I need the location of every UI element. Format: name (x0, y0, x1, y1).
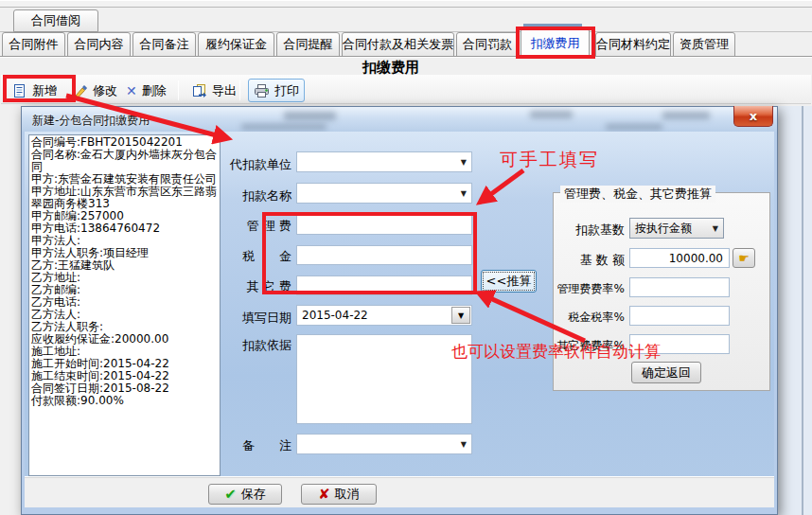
tab-label: 合同借阅 (31, 12, 80, 29)
tab-contract-reminder[interactable]: 合同提醒 (276, 32, 340, 57)
save-button[interactable]: ✔ 保存 (208, 484, 282, 505)
tab-performance-bond[interactable]: 履约保证金 (198, 32, 274, 57)
calc-groupbox-legend: 管理费、税金、其它费推算 (560, 186, 715, 203)
new-button[interactable]: 新增 (8, 79, 62, 102)
pick-amount-button[interactable]: ☛ (733, 248, 755, 268)
print-button-label: 打印 (274, 82, 299, 99)
other-rate-label: 其它费费率% (555, 338, 625, 354)
chevron-down-icon: ▼ (713, 224, 718, 233)
dialog-title: 新建-分包合同扣缴费用 (32, 113, 150, 129)
tax-rate-input[interactable] (629, 306, 730, 326)
deduct-basis-label: 扣款依据 (225, 337, 291, 354)
app-window: 合同借阅 合同附件 合同内容 合同备注 履约保证金 合同提醒 合同付款及相关发票… (0, 0, 812, 515)
edit-pencil-icon (73, 83, 88, 98)
management-fee-input[interactable] (296, 215, 472, 235)
background-window-area (778, 106, 812, 515)
tax-rate-label: 税金税率% (555, 310, 625, 326)
base-amount-value: 10000.00 (669, 252, 723, 265)
new-button-label: 新增 (32, 82, 57, 99)
fill-date-combobox[interactable]: 2015-04-22 ▼ (296, 305, 472, 326)
tax-label: 税 金 (225, 248, 291, 265)
tab-contract-content[interactable]: 合同内容 (67, 32, 131, 57)
red-x-icon: ✘ (318, 486, 330, 503)
glass-blur-artifact (606, 124, 662, 130)
chevron-down-icon: ▼ (461, 189, 467, 198)
tab-contract-note[interactable]: 合同备注 (132, 32, 196, 57)
dialog-bottom-bar (25, 476, 774, 507)
tab-label: 合同提醒 (284, 36, 333, 53)
other-fee-label: 其 它 费 (225, 278, 291, 295)
toolbar-separator (178, 80, 179, 100)
tab-contract-penalty[interactable]: 合同罚款 (456, 32, 519, 57)
green-check-icon: ✔ (224, 486, 237, 503)
close-button[interactable]: x (733, 106, 773, 127)
chevron-down-icon[interactable]: ▼ (451, 307, 470, 324)
chevron-down-icon: ▼ (461, 440, 467, 449)
fill-date-label: 填写日期 (225, 310, 291, 327)
tab-label: 资质管理 (680, 36, 729, 53)
delete-button-label: 删除 (142, 82, 167, 99)
tab-label: 合同材料约定 (596, 36, 670, 53)
tab-label: 合同罚款 (463, 36, 512, 53)
top-panel-strip (0, 0, 812, 8)
contract-info-panel: 合同编号:FBHT2015042201 合同名称:金石大厦内外墙抹灰分包合同 甲… (28, 134, 221, 476)
tab-material-agreement[interactable]: 合同材料约定 (595, 32, 671, 57)
delete-button[interactable]: ✕ 删除 (121, 79, 171, 102)
deduct-unit-combobox[interactable]: ▼ (296, 151, 472, 172)
info-line: 甲方地址:山东东营市东营区东三路翡翠园商务楼313 (31, 186, 218, 210)
export-button[interactable]: 导出 (186, 79, 241, 102)
toolbar-separator (239, 80, 240, 100)
export-icon (191, 83, 207, 98)
confirm-return-button[interactable]: 确定返回 (631, 362, 701, 383)
remark-combobox[interactable]: ▼ (296, 434, 472, 454)
tab-payment-invoice[interactable]: 合同付款及相关发票 (342, 32, 454, 57)
tax-input[interactable] (296, 245, 472, 265)
deduct-basis-textarea[interactable] (296, 334, 472, 424)
tab-label: 合同附件 (9, 36, 59, 53)
base-type-combobox[interactable]: 按执行金额 ▼ (629, 218, 724, 239)
glass-blur-artifact (662, 112, 710, 119)
tab-label: 合同内容 (75, 36, 124, 53)
delete-x-icon: ✕ (126, 84, 137, 98)
edit-button[interactable]: 修改 (68, 79, 122, 102)
other-rate-input[interactable] (629, 334, 730, 354)
base-type-value: 按执行金额 (635, 221, 692, 237)
confirm-return-label: 确定返回 (642, 364, 691, 382)
tab-label: 履约保证金 (205, 36, 267, 53)
other-fee-input[interactable] (296, 275, 472, 295)
base-type-label: 扣款基数 (555, 222, 625, 239)
fill-date-value: 2015-04-22 (302, 309, 368, 322)
deduct-name-combobox[interactable]: ▼ (296, 183, 472, 204)
tab-label: 合同付款及相关发票 (343, 36, 453, 53)
printer-icon (254, 83, 270, 98)
remark-label: 备 注 (225, 437, 291, 454)
glass-blur-artifact (241, 124, 327, 130)
base-amount-input[interactable]: 10000.00 (629, 248, 730, 268)
deduct-name-label: 扣款名称 (225, 187, 291, 204)
glass-blur-artifact (284, 112, 336, 120)
deduct-unit-label: 代扣款单位 (225, 156, 291, 173)
close-x-icon: x (750, 109, 757, 123)
tab-qualification[interactable]: 资质管理 (673, 32, 735, 57)
pointing-hand-icon: ☛ (738, 251, 750, 265)
tab-contract-attachment[interactable]: 合同附件 (2, 32, 65, 57)
tab-withholding-fee[interactable]: 扣缴费用 (521, 28, 590, 58)
save-button-label: 保存 (241, 486, 266, 503)
calculate-button-label: <<推算 (486, 273, 532, 290)
cancel-button-label: 取消 (335, 486, 360, 503)
print-button[interactable]: 打印 (248, 79, 305, 102)
tab-label: 扣缴费用 (531, 35, 580, 52)
calculate-button[interactable]: <<推算 (481, 270, 537, 293)
management-rate-label: 管理费费率% (555, 281, 625, 297)
info-line: 付款限额:90.00% (31, 395, 218, 407)
cancel-button[interactable]: ✘ 取消 (301, 484, 377, 505)
tab-label: 合同备注 (140, 36, 189, 53)
chevron-down-icon: ▼ (461, 158, 467, 167)
tab-contract-borrow[interactable]: 合同借阅 (13, 9, 98, 32)
info-line: 合同名称:金石大厦内外墙抹灰分包合同 (31, 149, 218, 173)
base-amount-label: 基 数 额 (555, 252, 625, 269)
new-document-icon (12, 83, 27, 98)
management-rate-input[interactable] (629, 277, 730, 297)
export-button-label: 导出 (212, 82, 237, 99)
edit-button-label: 修改 (93, 82, 117, 99)
